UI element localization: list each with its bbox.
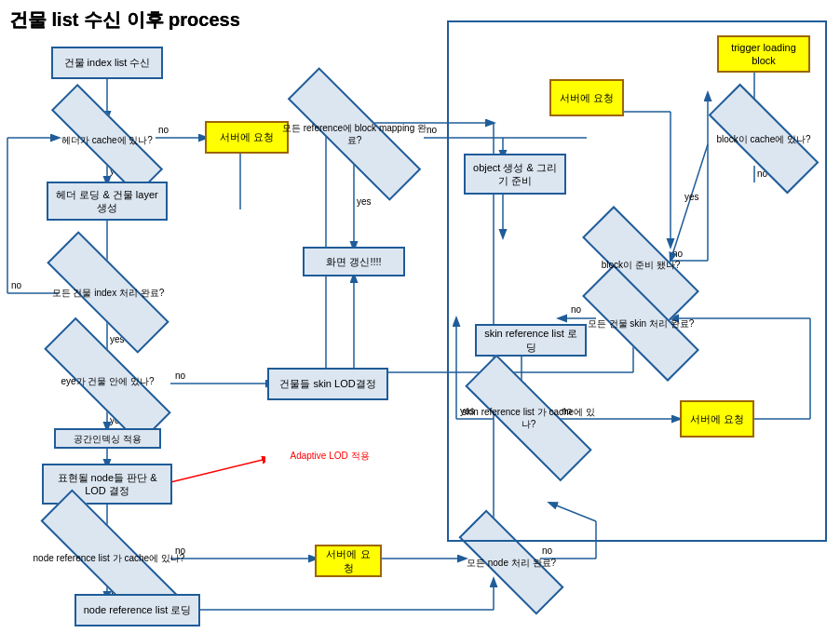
page-title: 건물 list 수신 이후 process (9, 7, 240, 33)
svg-text:yes: yes (684, 192, 699, 202)
rect-object-ready: object 생성 & 그리기 준비 (464, 154, 566, 195)
diamond-header-cache: 헤더가 cache에 있나? (42, 116, 172, 163)
diagram-container: 건물 list 수신 이후 process yes no yes no (0, 0, 840, 633)
rect-index-list: 건물 index list 수신 (51, 47, 163, 79)
rect-adaptive: Adaptive LOD 적용 (265, 445, 394, 465)
rect-trigger: trigger loading block (717, 35, 810, 73)
svg-text:no: no (11, 280, 22, 290)
svg-line-28 (549, 503, 596, 521)
rect-server-node: 서버에 요청 (315, 545, 382, 577)
diamond-block-cache: block이 cache에 있나? (703, 112, 824, 166)
rect-spatial: 공간인덱싱 적용 (54, 428, 161, 449)
svg-text:yes: yes (357, 196, 372, 207)
diamond-all-node: 모든 node 처리 완료? (452, 538, 571, 586)
rect-server-obj: 서버에 요청 (549, 79, 624, 116)
svg-line-17 (163, 458, 270, 484)
diamond-all-skin: 모든 건물 skin 처리 완료? (576, 296, 706, 350)
rect-skin-ref-load: skin reference list 로딩 (475, 324, 587, 357)
rect-server-skin: 서버에 요청 (680, 400, 754, 438)
rect-header-load: 헤더 로딩 & 건물 layer 생성 (47, 182, 168, 221)
rect-node-ref-load: node reference list 로딩 (75, 594, 200, 626)
rect-server-header: 서버에 요청 (205, 121, 289, 154)
diamond-all-ref-block: 모든 reference에 block mapping 완료? (278, 107, 431, 161)
rect-skin-lod: 건물들 skin LOD결정 (267, 368, 388, 400)
rect-screen-refresh: 화면 갱신!!!! (303, 247, 405, 276)
diamond-skin-ref-cache: skin reference list 가 cache에 있나? (456, 391, 601, 445)
diamond-eye-in-building: eye가 건물 안에 있나? (35, 354, 180, 408)
diamond-all-index: 모든 건물 index 처리 완료? (39, 265, 177, 319)
diamond-node-ref-cache: node reference list 가 cache에 있나? (30, 531, 188, 585)
